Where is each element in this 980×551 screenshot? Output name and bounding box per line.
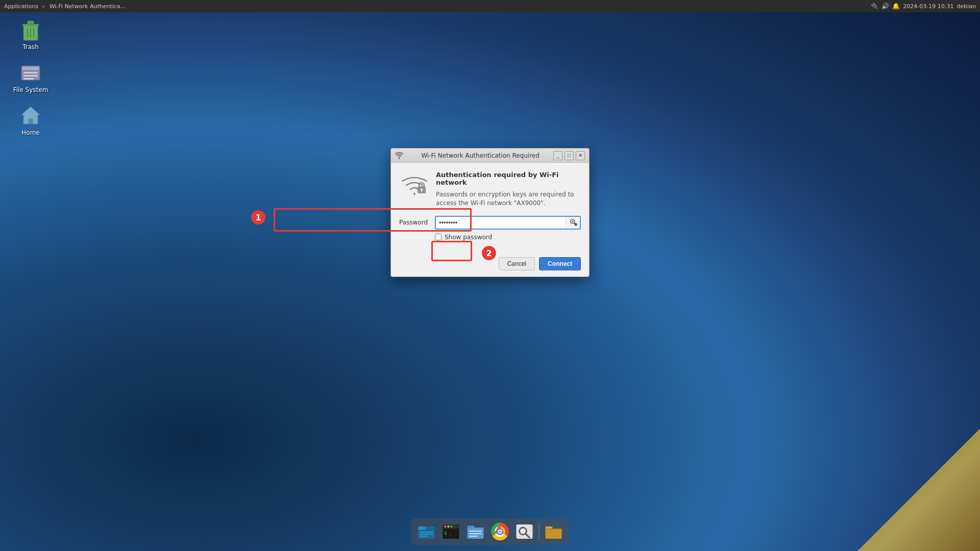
dock-item-chrome[interactable] — [489, 520, 511, 543]
wifi-auth-dialog: Wi-Fi Network Authentication Required _ … — [390, 148, 590, 277]
svg-rect-33 — [470, 536, 478, 537]
show-password-row: Show password — [435, 234, 581, 241]
svg-rect-20 — [419, 527, 426, 530]
svg-point-41 — [499, 531, 501, 533]
desktop: Applications ▸ Wi-Fi Network Authentica.… — [0, 0, 980, 551]
dock-item-files[interactable] — [464, 520, 487, 543]
home-icon — [18, 104, 43, 128]
desktop-icon-filesystem[interactable]: File System — [10, 61, 51, 93]
dock-separator — [539, 524, 540, 539]
trash-icon — [18, 18, 43, 42]
connect-button[interactable]: Connect — [539, 257, 581, 270]
svg-point-28 — [451, 525, 453, 528]
dock: $ _ — [411, 518, 569, 545]
svg-point-45 — [521, 529, 525, 533]
svg-rect-21 — [420, 532, 433, 533]
dialog-wifi-small-icon — [395, 152, 403, 160]
password-input-wrapper — [435, 216, 581, 230]
filesystem-label: File System — [13, 86, 48, 93]
password-label: Password — [399, 219, 435, 226]
filesystem-icon — [18, 61, 43, 85]
dock-item-file-manager[interactable] — [415, 520, 438, 543]
desktop-icon-home[interactable]: Home — [10, 104, 51, 136]
svg-rect-9 — [23, 75, 38, 77]
show-password-label: Show password — [445, 234, 492, 241]
applications-menu[interactable]: Applications — [0, 3, 42, 10]
dialog-overlay: Wi-Fi Network Authentication Required _ … — [0, 0, 980, 551]
home-label: Home — [21, 129, 39, 136]
dock-item-terminal[interactable]: $ _ — [440, 520, 462, 543]
datetime-label: 2024-03-19 10:31 — [903, 3, 953, 10]
svg-rect-46 — [546, 529, 562, 530]
svg-point-27 — [448, 525, 450, 528]
dock-item-folder[interactable] — [543, 520, 565, 543]
svg-rect-2 — [28, 21, 34, 24]
password-row: Password — [399, 216, 581, 230]
svg-rect-7 — [22, 67, 39, 70]
desktop-icons-area: Trash File System — [10, 18, 51, 136]
dialog-titlebar: Wi-Fi Network Authentication Required _ … — [391, 148, 589, 163]
desktop-icon-trash[interactable]: Trash — [10, 18, 51, 51]
svg-rect-12 — [29, 119, 33, 124]
dock-item-search[interactable] — [513, 520, 536, 543]
cancel-button[interactable]: Cancel — [499, 257, 535, 270]
svg-rect-22 — [420, 534, 433, 535]
dialog-description: Passwords or encryption keys are require… — [436, 190, 581, 208]
dialog-form: Password — [391, 216, 589, 253]
taskbar-right: 🔌 🔊 🔔 2024-03-19 10:31 debian — [871, 3, 980, 10]
dialog-content: Authentication required by Wi-Fi network… — [391, 163, 589, 216]
svg-rect-1 — [22, 24, 39, 26]
svg-point-14 — [421, 189, 423, 191]
network-icon[interactable]: 🔌 — [871, 3, 878, 10]
svg-rect-23 — [420, 536, 428, 537]
password-keyring-button[interactable] — [566, 217, 580, 229]
dialog-window-controls: _ □ ✕ — [553, 151, 585, 160]
dialog-footer: Cancel Connect — [391, 253, 589, 277]
svg-text:$ _: $ _ — [445, 531, 452, 536]
dialog-text-area: Authentication required by Wi-Fi network… — [436, 171, 581, 208]
trash-label: Trash — [22, 43, 39, 51]
svg-rect-10 — [23, 78, 34, 80]
svg-point-17 — [572, 221, 573, 222]
volume-icon[interactable]: 🔊 — [881, 3, 889, 10]
dialog-close-button[interactable]: ✕ — [576, 151, 585, 160]
taskbar: Applications ▸ Wi-Fi Network Authentica.… — [0, 0, 980, 12]
svg-rect-8 — [23, 72, 38, 73]
svg-rect-32 — [470, 533, 482, 534]
taskbar-window-title[interactable]: Wi-Fi Network Authentica... — [45, 3, 130, 10]
dialog-wifi-icon — [399, 171, 430, 202]
dialog-maximize-button[interactable]: □ — [565, 151, 574, 160]
show-password-checkbox[interactable] — [435, 234, 442, 240]
svg-point-18 — [575, 223, 577, 226]
password-input[interactable] — [436, 217, 566, 229]
os-label: debian — [957, 3, 976, 10]
dialog-title: Wi-Fi Network Authentication Required — [407, 152, 553, 159]
dialog-minimize-button[interactable]: _ — [553, 151, 562, 160]
notifications-icon[interactable]: 🔔 — [892, 3, 900, 10]
annotation-badge-1: 1 — [251, 210, 265, 224]
svg-rect-31 — [470, 531, 482, 532]
svg-point-26 — [445, 525, 447, 528]
dialog-heading: Authentication required by Wi-Fi network — [436, 171, 581, 186]
